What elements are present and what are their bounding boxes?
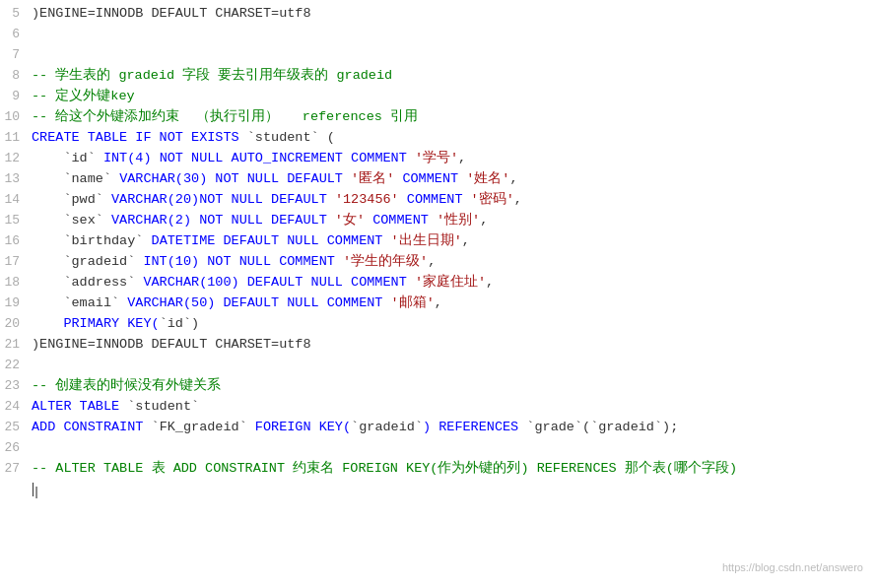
code-line: 16 `birthday` DATETIME DEFAULT NULL COMM…: [0, 231, 877, 252]
cursor-line: |: [0, 480, 877, 500]
line-number: 23: [0, 376, 32, 396]
line-number: 12: [0, 149, 32, 168]
code-line: 19 `email` VARCHAR(50) DEFAULT NULL COMM…: [0, 294, 877, 314]
line-number: 13: [0, 169, 32, 189]
code-line: 7: [0, 45, 877, 66]
line-number: 8: [0, 66, 32, 86]
line-content: `email` VARCHAR(50) DEFAULT NULL COMMENT…: [32, 294, 869, 314]
line-content: ADD CONSTRAINT `FK_gradeid` FOREIGN KEY(…: [32, 418, 869, 438]
line-number: 18: [0, 273, 32, 293]
line-content: )ENGINE=INNODB DEFAULT CHARSET=utf8: [32, 4, 869, 25]
line-number: 19: [0, 294, 32, 313]
code-line: 23-- 创建表的时候没有外键关系: [0, 376, 877, 397]
code-line: 8-- 学生表的 gradeid 字段 要去引用年级表的 gradeid: [0, 66, 877, 87]
line-number: 26: [0, 438, 32, 458]
line-content: `name` VARCHAR(30) NOT NULL DEFAULT '匿名'…: [32, 169, 869, 190]
code-line: 14 `pwd` VARCHAR(20)NOT NULL DEFAULT '12…: [0, 190, 877, 211]
code-line: 22: [0, 356, 877, 376]
line-content: `gradeid` INT(10) NOT NULL COMMENT '学生的年…: [32, 252, 869, 273]
line-content: `id` INT(4) NOT NULL AUTO_INCREMENT COMM…: [32, 149, 869, 169]
line-content: -- 给这个外键添加约束 （执行引用） references 引用: [32, 107, 869, 128]
code-line: 21)ENGINE=INNODB DEFAULT CHARSET=utf8: [0, 335, 877, 356]
code-line: 17 `gradeid` INT(10) NOT NULL COMMENT '学…: [0, 252, 877, 273]
code-line: 12 `id` INT(4) NOT NULL AUTO_INCREMENT C…: [0, 149, 877, 169]
line-number: 5: [0, 4, 32, 24]
line-number: 22: [0, 356, 32, 375]
code-line: 6: [0, 25, 877, 45]
watermark: https://blog.csdn.net/answero: [722, 559, 863, 576]
line-content: `sex` VARCHAR(2) NOT NULL DEFAULT '女' CO…: [32, 211, 869, 231]
line-content: -- 学生表的 gradeid 字段 要去引用年级表的 gradeid: [32, 66, 869, 87]
line-number: 6: [0, 25, 32, 44]
line-number: 14: [0, 190, 32, 210]
line-content: `birthday` DATETIME DEFAULT NULL COMMENT…: [32, 231, 869, 252]
line-number: 17: [0, 252, 32, 272]
line-content: ALTER TABLE `student`: [32, 397, 869, 418]
line-number: 24: [0, 397, 32, 417]
line-number: 20: [0, 314, 32, 334]
code-editor: 5)ENGINE=INNODB DEFAULT CHARSET=utf8678-…: [0, 0, 877, 588]
code-line: 24ALTER TABLE `student`: [0, 397, 877, 418]
line-content: -- 创建表的时候没有外键关系: [32, 376, 869, 397]
code-line: 11CREATE TABLE IF NOT EXISTS `student` (: [0, 128, 877, 149]
line-content: `address` VARCHAR(100) DEFAULT NULL COMM…: [32, 273, 869, 294]
code-line: 18 `address` VARCHAR(100) DEFAULT NULL C…: [0, 273, 877, 294]
code-line: 5)ENGINE=INNODB DEFAULT CHARSET=utf8: [0, 4, 877, 25]
code-line: 13 `name` VARCHAR(30) NOT NULL DEFAULT '…: [0, 169, 877, 190]
code-line: 26: [0, 438, 877, 459]
line-content: -- 定义外键key: [32, 87, 869, 107]
code-line: 25ADD CONSTRAINT `FK_gradeid` FOREIGN KE…: [0, 418, 877, 438]
code-line: 10-- 给这个外键添加约束 （执行引用） references 引用: [0, 107, 877, 128]
line-content: CREATE TABLE IF NOT EXISTS `student` (: [32, 128, 869, 149]
line-content: PRIMARY KEY(`id`): [32, 314, 869, 335]
line-number: 16: [0, 231, 32, 251]
line-number: 10: [0, 107, 32, 127]
text-cursor: |: [33, 483, 34, 496]
code-line: 27-- ALTER TABLE 表 ADD CONSTRAINT 约束名 FO…: [0, 459, 877, 480]
line-content: `pwd` VARCHAR(20)NOT NULL DEFAULT '12345…: [32, 190, 869, 211]
line-number: 15: [0, 211, 32, 230]
line-number: 9: [0, 87, 32, 106]
code-line: 15 `sex` VARCHAR(2) NOT NULL DEFAULT '女'…: [0, 211, 877, 231]
line-number: 21: [0, 335, 32, 355]
code-line: 9-- 定义外键key: [0, 87, 877, 107]
line-number: 11: [0, 128, 32, 148]
line-content: )ENGINE=INNODB DEFAULT CHARSET=utf8: [32, 335, 869, 356]
line-number: 27: [0, 459, 32, 479]
line-content: -- ALTER TABLE 表 ADD CONSTRAINT 约束名 FORE…: [32, 459, 869, 480]
line-number: 25: [0, 418, 32, 437]
code-line: 20 PRIMARY KEY(`id`): [0, 314, 877, 335]
line-number: 7: [0, 45, 32, 65]
